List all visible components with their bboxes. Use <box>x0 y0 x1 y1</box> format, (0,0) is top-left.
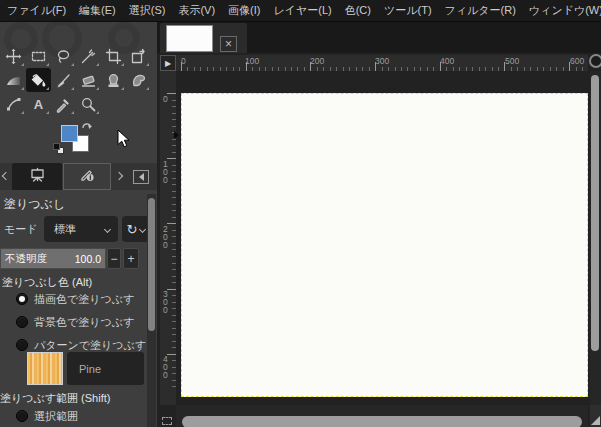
toolbox-panel: A 塗りつぶし モード 標準 ↻ <box>0 22 157 427</box>
zoom-follow-window-button[interactable] <box>589 54 601 68</box>
menu-view[interactable]: 表示(V) <box>178 3 215 18</box>
opacity-increase-button[interactable]: + <box>123 248 139 269</box>
image-tab-thumbnail[interactable] <box>166 25 213 52</box>
menu-tools[interactable]: ツール(T) <box>384 3 432 18</box>
mode-dropdown[interactable]: 標準 <box>44 216 118 242</box>
chevron-down-icon <box>104 225 111 232</box>
vertical-scrollbar[interactable] <box>590 71 601 405</box>
eraser-tool-button[interactable] <box>76 68 101 92</box>
bucket-fill-tool-icon <box>30 72 47 89</box>
tab-tool-info[interactable] <box>63 163 111 190</box>
ruler-label: 100 <box>163 160 170 184</box>
radio-fill-selection[interactable]: 選択範囲 <box>0 407 150 425</box>
bucket-fill-tool-button[interactable] <box>26 68 51 92</box>
fuzzy-select-tool-button[interactable] <box>76 44 101 68</box>
menu-image[interactable]: 画像(I) <box>228 3 260 18</box>
paintbrush-tool-button[interactable] <box>51 68 76 92</box>
ruler-label: 300 <box>163 290 170 314</box>
tab-tool-options[interactable] <box>12 163 62 190</box>
clone-tool-icon <box>105 72 122 89</box>
scrollbar-thumb[interactable] <box>148 198 155 331</box>
navigation-icon <box>591 416 600 425</box>
opacity-slider[interactable]: 不透明度 100.0 <box>0 248 106 269</box>
toolbox: A <box>1 44 151 116</box>
ruler-label: 0 <box>163 95 170 103</box>
text-tool-icon: A <box>34 98 43 111</box>
scrollbar-thumb[interactable] <box>182 416 582 427</box>
gradient-tool-button[interactable] <box>1 68 26 92</box>
menu-colors[interactable]: 色(C) <box>345 3 371 18</box>
radio-label: 描画色で塗りつぶす <box>34 292 134 307</box>
paths-tool-button[interactable] <box>1 92 26 116</box>
color-picker-tool-button[interactable] <box>51 92 76 116</box>
image-tab-bar: × <box>157 22 601 53</box>
ruler-label: 100 <box>245 56 259 66</box>
foreground-color-swatch[interactable] <box>61 125 78 142</box>
mode-switch-button[interactable]: ↻ <box>122 216 150 242</box>
ruler-position-marker <box>174 131 179 139</box>
zoom-tool-button[interactable] <box>76 92 101 116</box>
swap-colors-icon[interactable] <box>81 117 94 135</box>
transform-tool-button[interactable] <box>126 44 151 68</box>
tab-scroll-left-icon[interactable] <box>2 172 10 180</box>
tab-scroll-right-icon[interactable] <box>115 172 123 180</box>
move-tool-button[interactable] <box>1 44 26 68</box>
image-canvas[interactable] <box>181 93 588 397</box>
paths-tool-icon <box>5 96 22 113</box>
crop-tool-button[interactable] <box>101 44 126 68</box>
opacity-decrease-button[interactable]: − <box>107 248 121 269</box>
eraser-tool-icon <box>80 72 97 89</box>
menu-file[interactable]: ファイル(F) <box>7 3 66 18</box>
ruler-label: 500 <box>505 56 519 66</box>
free-select-tool-icon <box>55 48 72 65</box>
text-tool-button[interactable]: A <box>26 92 51 116</box>
ruler-label: 400 <box>163 355 170 379</box>
ruler-label: 600 <box>570 56 584 66</box>
crop-tool-icon <box>105 48 122 65</box>
tab-close-button[interactable]: × <box>220 36 237 52</box>
radio-label: パターンで塗りつぶす <box>34 338 146 353</box>
menu-windows[interactable]: ウィンドウ(W) <box>529 3 601 18</box>
menu-filters[interactable]: フィルター(R) <box>445 3 516 18</box>
radio-fill-fg[interactable]: 描画色で塗りつぶす <box>0 290 150 308</box>
opacity-label: 不透明度 <box>5 252 75 266</box>
zoom-tool-icon <box>80 96 97 113</box>
horizontal-scrollbar[interactable] <box>176 405 588 427</box>
clone-tool-button[interactable] <box>101 68 126 92</box>
ruler-label: 300 <box>375 56 389 66</box>
transform-tool-icon <box>130 48 147 65</box>
quick-mask-toggle-button[interactable] <box>159 415 174 427</box>
navigation-corner-button[interactable] <box>590 405 601 427</box>
canvas-menu-button[interactable]: ▶ <box>160 55 176 71</box>
free-select-tool-button[interactable] <box>51 44 76 68</box>
vertical-ruler[interactable]: 0 100 200 300 400 <box>160 71 176 405</box>
mouse-cursor <box>117 129 131 153</box>
radio-fill-bg[interactable]: 背景色で塗りつぶす <box>0 313 150 331</box>
default-colors-icon[interactable] <box>53 143 65 155</box>
pattern-name: Pine <box>79 363 101 375</box>
rectangle-select-tool-button[interactable] <box>26 44 51 68</box>
menu-select[interactable]: 選択(S) <box>129 3 166 18</box>
pencil-info-icon <box>79 166 96 187</box>
menu-edit[interactable]: 編集(E) <box>79 3 116 18</box>
tool-options-scrollbar[interactable] <box>147 194 156 427</box>
smudge-tool-button[interactable] <box>126 68 151 92</box>
ruler-label: 0 <box>181 56 186 66</box>
menubar: ファイル(F) 編集(E) 選択(S) 表示(V) 画像(I) レイヤー(L) … <box>0 0 601 22</box>
color-picker-tool-icon <box>55 96 72 113</box>
fill-type-section-label: 塗りつぶし色 (Alt) <box>2 275 92 290</box>
smudge-tool-icon <box>130 72 147 89</box>
play-triangle-icon: ▶ <box>165 59 171 68</box>
dockable-tab-bar <box>0 163 157 190</box>
tab-menu-button[interactable] <box>133 170 149 184</box>
horizontal-ruler[interactable]: 0 100 200 300 400 500 600 <box>176 55 588 71</box>
pattern-swatch[interactable] <box>27 352 63 385</box>
image-tab[interactable]: × <box>160 23 247 53</box>
radio-icon <box>16 339 28 351</box>
gradient-tool-icon <box>5 72 22 89</box>
pattern-name-box[interactable]: Pine <box>67 352 144 385</box>
menu-layer[interactable]: レイヤー(L) <box>273 3 331 18</box>
quick-mask-icon <box>162 417 172 425</box>
paintbrush-tool-icon <box>55 72 72 89</box>
scrollbar-thumb[interactable] <box>591 75 599 351</box>
